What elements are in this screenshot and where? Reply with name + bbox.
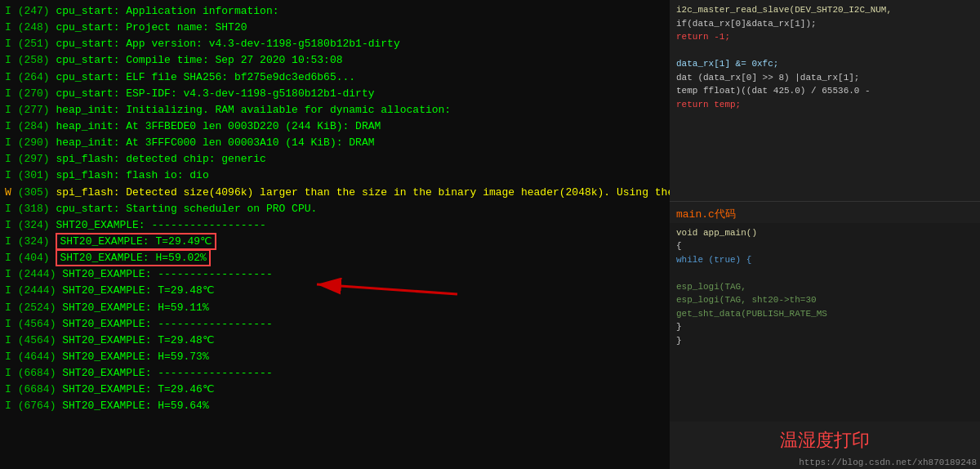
code-line: { [676, 239, 973, 253]
log-line: I (251) cpu_start: App version: v4.3-dev… [5, 36, 665, 52]
terminal-panel: I (247) cpu_start: Application informati… [0, 0, 670, 469]
url-line: https://blog.csdn.net/xh870189248 [670, 456, 980, 469]
log-line: I (301) spi_flash: flash io: dio [5, 168, 665, 184]
log-line: I (318) cpu_start: Starting scheduler on… [5, 201, 665, 217]
log-line: I (264) cpu_start: ELF file SHA256: bf27… [5, 69, 665, 86]
code-line: dat (data_rx[0] >> 8) |data_rx[1]; [676, 71, 973, 85]
code-line: esp_logi(TAG, sht20->th=30 [676, 293, 973, 307]
code-line [676, 44, 973, 58]
code-line: temp ffloat)((dat 425.0) / 65536.0 - [676, 84, 973, 98]
log-line: I (4564) SHT20_EXAMPLE: T=29.48℃ [5, 333, 665, 349]
code-line: if(data_rx[0]&data_rx[1]); [676, 17, 973, 31]
top-code-section: i2c_master_read_slave(DEV_SHT20_I2C_NUM,… [670, 0, 980, 199]
log-container: I (247) cpu_start: Application informati… [5, 3, 665, 415]
log-line: I (324) SHT20_EXAMPLE: -----------------… [5, 217, 665, 234]
log-line: I (6764) SHT20_EXAMPLE: H=59.64% [5, 398, 665, 414]
log-line: I (248) cpu_start: Project name: SHT20 [5, 20, 665, 36]
log-line: I (277) heap_init: Initializing. RAM ava… [5, 102, 665, 118]
log-line: I (4564) SHT20_EXAMPLE: ----------------… [5, 316, 665, 333]
log-line: I (2444) SHT20_EXAMPLE: T=29.48℃ [5, 283, 665, 299]
big-label: 温湿度打印 [670, 422, 980, 456]
divider-1 [670, 201, 980, 202]
code-line: get_sht_data(PUBLISH_RATE_MS [676, 307, 973, 321]
section-title: main.c代码 [670, 203, 980, 223]
log-line: I (290) heap_init: At 3FFFC000 len 00003… [5, 135, 665, 151]
log-line: W (305) spi_flash: Detected size(4096k) … [5, 185, 665, 201]
log-line: I (4644) SHT20_EXAMPLE: H=59.73% [5, 349, 665, 365]
code-line: return temp; [676, 98, 973, 112]
code-line: } [676, 334, 973, 348]
code-line: return -1; [676, 30, 973, 44]
log-line: I (284) heap_init: At 3FFBEDE0 len 0003D… [5, 118, 665, 135]
log-line: I (6684) SHT20_EXAMPLE: T=29.46℃ [5, 382, 665, 398]
log-line: I (297) spi_flash: detected chip: generi… [5, 151, 665, 168]
code-line: } [676, 320, 973, 334]
log-line: I (324) SHT20_EXAMPLE: T=29.49℃ [5, 234, 665, 250]
right-panel: i2c_master_read_slave(DEV_SHT20_I2C_NUM,… [670, 0, 980, 469]
log-line: I (404) SHT20_EXAMPLE: H=59.02% [5, 250, 665, 266]
code-line [676, 266, 973, 280]
log-line: I (2524) SHT20_EXAMPLE: H=59.11% [5, 300, 665, 316]
log-line: I (258) cpu_start: Compile time: Sep 27 … [5, 52, 665, 69]
log-line: I (6684) SHT20_EXAMPLE: ----------------… [5, 365, 665, 382]
code-line: void app_main() [676, 226, 973, 240]
code-line: esp_logi(TAG, [676, 280, 973, 294]
bottom-code-section: void app_main(){ while (true) { esp_logi… [670, 223, 980, 422]
log-line: I (270) cpu_start: ESP-IDF: v4.3-dev-119… [5, 86, 665, 102]
code-line: data_rx[1] &= 0xfc; [676, 57, 973, 71]
code-line: while (true) { [676, 253, 973, 267]
code-line: i2c_master_read_slave(DEV_SHT20_I2C_NUM, [676, 3, 973, 17]
top-code: i2c_master_read_slave(DEV_SHT20_I2C_NUM,… [676, 3, 973, 111]
bottom-code: void app_main(){ while (true) { esp_logi… [676, 226, 973, 348]
log-line: I (247) cpu_start: Application informati… [5, 3, 665, 20]
log-line: I (2444) SHT20_EXAMPLE: ----------------… [5, 266, 665, 283]
